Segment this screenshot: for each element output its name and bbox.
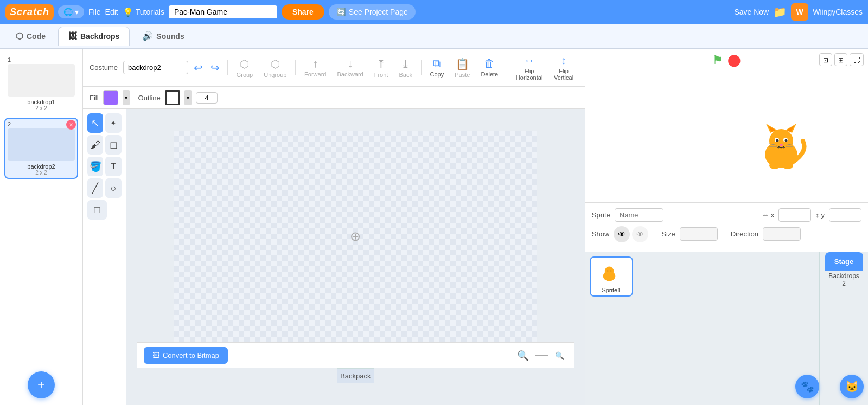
forward-button[interactable]: ↑ Forward bbox=[300, 55, 330, 80]
shrink-view-button[interactable]: ⊡ bbox=[819, 53, 832, 66]
stroke-input[interactable] bbox=[196, 92, 218, 104]
main-layout: 1 backdrop1 2 x 2 2 ✕ backdrop2 2 x 2 + … bbox=[0, 49, 868, 405]
right-panel: ⊡ ⊞ ⛶ ⚑ ⬤ bbox=[585, 49, 868, 405]
sprite1-card[interactable]: Sprite1 bbox=[590, 256, 633, 297]
undo-button[interactable]: ↩ bbox=[190, 60, 206, 75]
stop-button[interactable]: ⬤ bbox=[727, 53, 741, 67]
backdrop-2-size: 2 x 2 bbox=[8, 170, 75, 176]
globe-button[interactable]: 🌐 ▾ bbox=[58, 5, 84, 18]
fill-tool[interactable]: 🪣 bbox=[87, 157, 104, 176]
backdrops-panel: 1 backdrop1 2 x 2 2 ✕ backdrop2 2 x 2 + bbox=[0, 49, 83, 405]
select-tool[interactable]: ↖ bbox=[87, 113, 104, 133]
svg-point-10 bbox=[780, 144, 783, 146]
add-stage-button[interactable]: 🐱 bbox=[840, 375, 864, 398]
backdrops-count-label: Backdrops 2 bbox=[828, 272, 859, 287]
fullscreen-button[interactable]: ⛶ bbox=[850, 53, 864, 66]
tutorials-label: Tutorials bbox=[136, 8, 164, 16]
paste-button[interactable]: 📋 Paste bbox=[450, 55, 474, 80]
backdrop-delete-button[interactable]: ✕ bbox=[66, 120, 76, 130]
sprite-name-input[interactable] bbox=[615, 208, 663, 222]
edit-menu[interactable]: Edit bbox=[105, 8, 118, 16]
size-input[interactable] bbox=[680, 227, 718, 241]
editor-toolbar: Costume ↩ ↪ ⬡ Group ⬡ Ungroup ↑ Forward … bbox=[83, 49, 585, 87]
tabs-row: ⬡ Code 🖼 Backdrops 🔊 Sounds bbox=[0, 24, 868, 49]
add-sprite-button[interactable]: 🐾 bbox=[795, 375, 819, 398]
copy-button[interactable]: ⧉ Copy bbox=[426, 55, 449, 80]
canvas-container: ⊕ bbox=[174, 131, 537, 342]
share-button[interactable]: Share bbox=[282, 4, 324, 20]
globe-icon: 🌐 bbox=[63, 8, 73, 16]
rect-tool[interactable]: □ bbox=[87, 200, 107, 220]
outline-swatch[interactable] bbox=[165, 90, 180, 105]
brush-tool[interactable]: 🖌 bbox=[87, 135, 104, 155]
svg-point-16 bbox=[782, 162, 793, 169]
costume-name-input[interactable] bbox=[123, 61, 188, 74]
expand-view-button[interactable]: ⊞ bbox=[834, 53, 847, 66]
text-tool[interactable]: T bbox=[105, 157, 122, 176]
rect-icon: □ bbox=[94, 204, 100, 216]
tab-sounds[interactable]: 🔊 Sounds bbox=[132, 26, 194, 46]
front-label: Front bbox=[374, 72, 388, 78]
circle-tool[interactable]: ○ bbox=[105, 178, 122, 198]
x-input[interactable] bbox=[778, 208, 811, 222]
canvas-bg[interactable]: ⊕ bbox=[174, 131, 537, 342]
green-flag-icon: ⚑ bbox=[712, 53, 723, 67]
undo-redo-group: ↩ ↪ bbox=[190, 60, 223, 75]
stage-tab[interactable]: Stage bbox=[825, 252, 863, 271]
project-name-input[interactable] bbox=[169, 5, 277, 18]
sep-3 bbox=[421, 60, 422, 75]
see-project-button[interactable]: 🔄 See Project Page bbox=[329, 4, 416, 20]
file-menu[interactable]: File bbox=[88, 8, 101, 16]
delete-button[interactable]: 🗑 Delete bbox=[476, 55, 502, 80]
line-tool[interactable]: ╱ bbox=[87, 178, 104, 198]
zoom-in-button[interactable]: 🔍 bbox=[552, 349, 567, 362]
group-icon: ⬡ bbox=[240, 57, 249, 70]
direction-input[interactable] bbox=[763, 227, 801, 241]
canvas-area: ⊕ 🖼 Convert to Bitmap 🔍 🔍 bbox=[126, 109, 585, 405]
show-hidden-button[interactable]: 👁 bbox=[632, 226, 648, 242]
fill-color-swatch[interactable] bbox=[103, 90, 118, 105]
ungroup-button[interactable]: ⬡ Ungroup bbox=[259, 55, 291, 80]
tab-code[interactable]: ⬡ Code bbox=[5, 26, 56, 46]
backdrop-2-label: backdrop2 bbox=[8, 163, 75, 170]
flip-h-label: Flip Horizontal bbox=[516, 68, 543, 81]
svg-point-19 bbox=[607, 270, 608, 271]
eraser-tool[interactable]: ◻ bbox=[105, 135, 122, 155]
redo-button[interactable]: ↪ bbox=[207, 60, 223, 75]
svg-point-1 bbox=[769, 129, 793, 153]
reshape-tool[interactable]: ✦ bbox=[105, 113, 122, 133]
stage-section: Stage Backdrops 2 🐱 bbox=[819, 252, 868, 406]
folder-button[interactable]: 📁 bbox=[773, 5, 787, 18]
sprite1-image bbox=[593, 260, 626, 287]
tab-backdrops[interactable]: 🖼 Backdrops bbox=[58, 27, 130, 46]
group-button[interactable]: ⬡ Group bbox=[232, 55, 258, 80]
backdrop-2-thumb[interactable]: 2 ✕ backdrop2 2 x 2 bbox=[4, 118, 78, 179]
zoom-out-button[interactable]: 🔍 bbox=[514, 349, 532, 363]
fill-dropdown[interactable]: ▾ bbox=[123, 90, 130, 105]
tutorials-button[interactable]: 💡 Tutorials bbox=[123, 7, 164, 17]
ungroup-label: Ungroup bbox=[264, 72, 286, 78]
flip-vertical-button[interactable]: ↕ Flip Vertical bbox=[549, 52, 578, 83]
backward-button[interactable]: ↓ Backward bbox=[333, 55, 367, 80]
outline-dropdown[interactable]: ▾ bbox=[184, 90, 192, 105]
scratch-logo: Scratch bbox=[5, 4, 54, 20]
save-now-button[interactable]: Save Now bbox=[734, 8, 769, 16]
backdrop-2-num: 2 bbox=[8, 121, 75, 127]
flip-horizontal-button[interactable]: ↔ Flip Horizontal bbox=[512, 52, 547, 83]
green-flag-button[interactable]: ⚑ bbox=[712, 53, 723, 67]
shrink-icon: ⊡ bbox=[823, 56, 828, 64]
stage-top-controls: ⊡ ⊞ ⛶ bbox=[819, 53, 864, 66]
y-input[interactable] bbox=[829, 208, 861, 222]
flip-v-icon: ↕ bbox=[561, 54, 566, 67]
front-button[interactable]: ⤒ Front bbox=[370, 55, 393, 80]
convert-to-bitmap-button[interactable]: 🖼 Convert to Bitmap bbox=[144, 347, 228, 364]
show-visible-button[interactable]: 👁 bbox=[614, 226, 630, 242]
backdrops-tab-label: Backdrops bbox=[80, 32, 119, 41]
back-icon: ⤓ bbox=[401, 57, 410, 70]
backdrop-1-thumb[interactable]: 1 backdrop1 2 x 2 bbox=[4, 53, 78, 114]
tool-row-2: 🖌 ◻ bbox=[87, 135, 122, 155]
add-backdrop-button[interactable]: + bbox=[28, 371, 55, 398]
zoom-controls: 🔍 🔍 bbox=[514, 349, 567, 363]
zoom-out-icon: 🔍 bbox=[517, 350, 529, 361]
back-button[interactable]: ⤓ Back bbox=[394, 55, 416, 80]
